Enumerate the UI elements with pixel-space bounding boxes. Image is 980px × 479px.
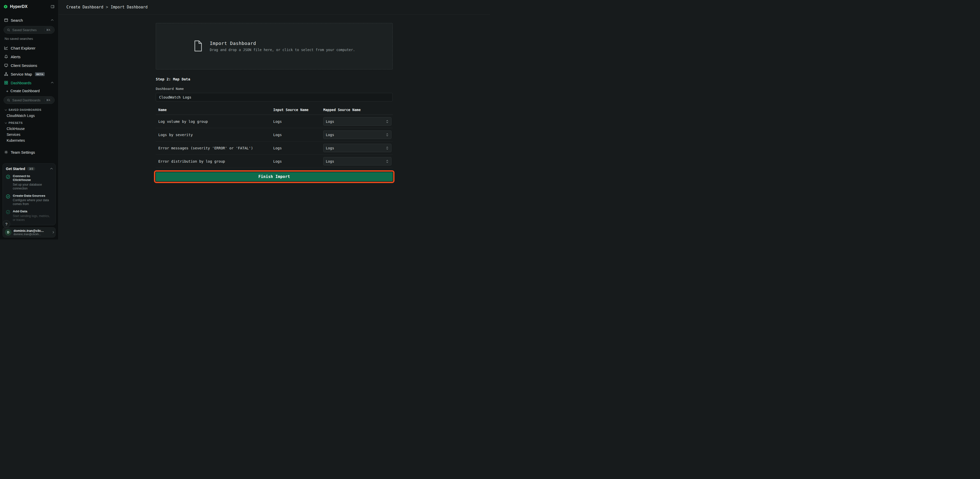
chevron-down-icon (5, 108, 7, 111)
monitor-icon (4, 63, 8, 67)
sidebar-item-client-sessions[interactable]: Client Sessions (3, 61, 55, 70)
table-row: Error distribution by log group Logs Log… (156, 155, 393, 168)
mapped-source-select[interactable]: Logs (323, 144, 391, 152)
column-header-mapped-source: Mapped Source Name (323, 108, 393, 112)
step-title: Connect to ClickHouse (13, 174, 46, 182)
sidebar-item-clickhouse[interactable]: ClickHouse (3, 126, 55, 132)
gear-icon (4, 150, 8, 154)
mapped-source-value: Logs (326, 159, 334, 164)
saved-searches-placeholder: Saved Searches (12, 28, 43, 32)
step-title: Create Data Sources (13, 194, 46, 198)
main-area: Create Dashboard > Import Dashboard Impo… (59, 0, 490, 240)
import-dropzone[interactable]: Import Dashboard Drag and drop a JSON fi… (156, 23, 393, 70)
sidebar-item-dashboards[interactable]: Dashboards (3, 78, 55, 87)
search-icon (6, 99, 11, 102)
nav-label: Alerts (11, 55, 21, 59)
get-started-step-add-data[interactable]: Add Data Start sending logs, metrics, or… (6, 209, 52, 222)
get-started-step-connect[interactable]: Connect to ClickHouse Set up your databa… (6, 174, 52, 191)
collapse-sidebar-button[interactable] (51, 5, 55, 9)
breadcrumb-import-dashboard[interactable]: Import Dashboard (111, 5, 148, 10)
input-source-name: Logs (273, 146, 323, 150)
saved-dashboards-group-toggle[interactable]: SAVED DASHBOARDS (3, 107, 55, 113)
help-button[interactable]: ? (3, 220, 10, 228)
mapping-table: Name Input Source Name Mapped Source Nam… (156, 105, 393, 168)
step-subtitle: Configure where your data comes from (13, 198, 51, 206)
chevron-up-icon (51, 82, 54, 84)
step-subtitle: Start sending logs, metrics, or traces (13, 214, 51, 222)
user-menu[interactable]: D dominic.tran@clic... dominic.tran@clic… (3, 227, 56, 237)
nav-label: Dashboards (11, 81, 32, 85)
get-started-step-sources[interactable]: Create Data Sources Configure where your… (6, 194, 52, 206)
breadcrumb-create-dashboard[interactable]: Create Dashboard (67, 5, 103, 10)
chevron-up-icon (50, 168, 53, 170)
sidebar-item-chart-explorer[interactable]: Chart Explorer (3, 44, 55, 53)
step-subtitle: Set up your database connection (13, 183, 51, 191)
group-label-text: SAVED DASHBOARDS (9, 108, 41, 111)
sidebar-item-alerts[interactable]: Alerts (3, 53, 55, 61)
nav-label: Chart Explorer (11, 46, 35, 50)
nav-label: Service Map (11, 72, 32, 76)
sidebar-item-services[interactable]: Services (3, 132, 55, 137)
saved-searches-input[interactable]: Saved Searches ⌘K (3, 26, 55, 34)
get-started-progress-badge: 3/3 (27, 167, 35, 170)
select-chevrons-icon (385, 159, 389, 163)
column-header-input-source: Input Source Name (273, 108, 323, 112)
chart-name: Log volume by log group (158, 119, 273, 124)
shortcut-badge: ⌘K (45, 28, 52, 32)
dropzone-text: Import Dashboard Drag and drop a JSON fi… (210, 41, 355, 52)
chart-name: Error messages (severity 'ERROR' or 'FAT… (158, 146, 273, 150)
get-started-header[interactable]: Get Started 3/3 (6, 167, 52, 171)
nav-list: Chart Explorer Alerts Client Sessions Se… (3, 44, 55, 87)
breadcrumb: Create Dashboard > Import Dashboard (67, 5, 148, 10)
mapped-source-value: Logs (326, 133, 334, 137)
dropzone-title: Import Dashboard (210, 41, 355, 46)
get-started-card: Get Started 3/3 Connect to ClickHouse Se… (3, 164, 56, 225)
select-chevrons-icon (385, 120, 389, 123)
sidebar-item-service-map[interactable]: Service Map BETA (3, 70, 55, 78)
check-circle-icon (6, 194, 10, 206)
chevron-up-icon (51, 19, 54, 22)
presets-group-toggle[interactable]: PRESETS (3, 120, 55, 126)
finish-import-button[interactable]: Finish Import (156, 172, 393, 181)
dashboard-name-input[interactable] (156, 93, 393, 101)
input-source-name: Logs (273, 133, 323, 137)
dashboard-name-label: Dashboard Name (156, 87, 393, 91)
mapped-source-value: Logs (326, 146, 334, 150)
chevron-right-icon (52, 231, 54, 233)
chart-icon (4, 46, 8, 50)
sidebar-item-cloudwatch-logs[interactable]: CloudWatch Logs (3, 113, 55, 118)
step-title: Add Data (13, 209, 46, 213)
service-map-icon (4, 72, 8, 76)
create-dashboard-label: Create Dashboard (11, 89, 40, 93)
hyperdx-logo-icon (3, 4, 8, 9)
mapped-source-select[interactable]: Logs (323, 117, 391, 126)
chevron-down-icon (5, 121, 7, 124)
sidebar-item-kubernetes[interactable]: Kubernetes (3, 137, 55, 143)
chart-name: Error distribution by log group (158, 159, 273, 164)
file-icon (194, 40, 203, 53)
mapped-source-select[interactable]: Logs (323, 157, 391, 166)
search-section-icon (4, 18, 8, 22)
avatar: D (5, 229, 11, 236)
mapped-source-select[interactable]: Logs (323, 130, 391, 139)
topbar: Create Dashboard > Import Dashboard (59, 0, 490, 14)
bell-icon (4, 55, 8, 59)
column-header-name: Name (158, 108, 273, 112)
dashboards-grid-icon (4, 81, 8, 85)
no-saved-searches-text: No saved searches (5, 37, 54, 41)
plus-icon: + (6, 89, 8, 93)
select-chevrons-icon (385, 133, 389, 137)
sidebar-item-team-settings[interactable]: Team Settings (3, 148, 55, 156)
sidebar-nav: Search Saved Searches ⌘K No saved search… (0, 13, 58, 164)
create-dashboard-button[interactable]: + Create Dashboard (3, 87, 55, 95)
saved-dashboards-placeholder: Saved Dashboards (12, 98, 43, 102)
saved-dashboards-input[interactable]: Saved Dashboards ⌘K (3, 96, 55, 104)
user-name: dominic.tran@clic... (14, 229, 50, 232)
brand-name: HyperDX (10, 4, 48, 9)
sidebar-item-search[interactable]: Search (3, 16, 55, 24)
beta-badge: BETA (35, 72, 45, 76)
shortcut-badge: ⌘K (45, 98, 52, 102)
table-row: Error messages (severity 'ERROR' or 'FAT… (156, 142, 393, 155)
check-circle-icon (6, 175, 10, 191)
user-texts: dominic.tran@clic... dominic.tran@clickh… (14, 229, 50, 236)
